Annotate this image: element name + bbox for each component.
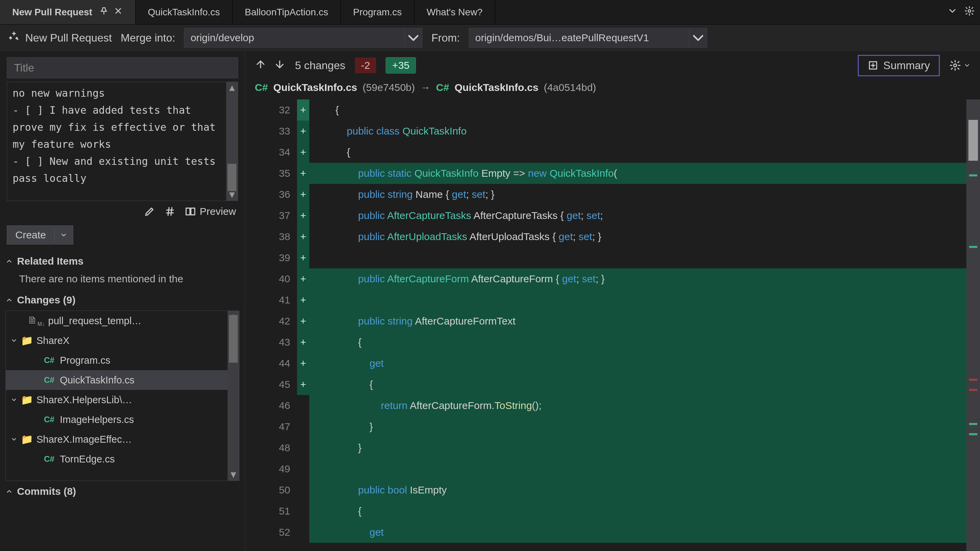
arrow-right-icon: → [420,82,431,93]
code-scrollbar[interactable] [966,100,980,551]
left-file: QuickTaskInfo.cs [273,82,357,93]
tab-whats-new[interactable]: What's New? [415,0,495,24]
close-icon[interactable] [113,6,123,18]
tab-program[interactable]: Program.cs [340,0,414,24]
line-number-gutter: 3233343536373839404142434445464748495051… [245,100,297,551]
pin-icon[interactable] [99,6,109,18]
from-combo[interactable]: origin/demos/Bui…eatePullRequestV1 [469,28,707,48]
pr-left-panel: Title no new warnings - [ ] I have added… [0,51,245,551]
tree-row[interactable]: C#ImageHelpers.cs [6,410,228,429]
tree-item-label: pull_request_templ… [48,315,142,327]
commits-label: Commits (8) [17,486,76,497]
pr-toolbar: New Pull Request Merge into: origin/deve… [0,24,980,51]
tab-label: What's New? [427,7,483,18]
pr-title: New Pull Request [25,32,112,44]
prev-change-icon[interactable] [255,59,266,73]
svg-point-0 [968,10,971,12]
tab-new-pull-request[interactable]: New Pull Request [0,0,135,24]
tree-item-label: ShareX.HelpersLib\… [37,394,132,406]
tree-row[interactable]: 🗎M↓ pull_request_templ… [6,311,228,331]
scroll-up-icon[interactable]: ▲ [226,82,238,94]
overview-mark [969,246,977,248]
scroll-thumb[interactable] [228,164,236,191]
chevron-down-icon[interactable] [11,394,18,406]
tree-row[interactable]: 📁 ShareX.ImageEffec… [6,429,228,449]
svg-rect-1 [186,208,190,215]
svg-rect-2 [191,208,195,215]
pr-description-textarea[interactable]: no new warnings - [ ] I have added tests… [7,82,226,200]
overview-mark [969,175,977,176]
chevron-down-icon[interactable] [11,335,18,346]
diff-panel: 5 changes -2 +35 Summary C# QuickTaskInf… [245,51,980,551]
tree-row[interactable]: C#Program.cs [6,351,228,370]
create-button[interactable]: Create [7,225,73,245]
title-placeholder: Title [14,62,34,74]
related-items-empty: There are no items mentioned in the [0,272,245,289]
tree-item-label: ShareX.ImageEffec… [37,434,132,445]
overview-mark [969,379,977,381]
folder-icon: 📁 [21,433,33,445]
right-file: QuickTaskInfo.cs [454,82,538,93]
summary-button[interactable]: Summary [858,55,940,76]
next-change-icon[interactable] [274,59,285,73]
changes-header[interactable]: Changes (9) [0,289,245,311]
tree-item-label: QuickTaskInfo.cs [60,375,135,386]
scroll-down-icon[interactable]: ▼ [228,469,239,481]
pr-title-group: New Pull Request [8,31,112,45]
scroll-thumb[interactable] [969,120,978,161]
tab-label: New Pull Request [12,7,92,18]
tab-label: BalloonTipAction.cs [245,7,328,18]
merge-into-label: Merge into: [121,32,175,44]
tab-quicktaskinfo[interactable]: QuickTaskInfo.cs [135,0,233,24]
merge-into-combo[interactable]: origin/develop [184,28,422,48]
tab-balloontipaction[interactable]: BalloonTipAction.cs [233,0,341,24]
tree-row[interactable]: 📁 ShareX.HelpersLib\… [6,390,228,410]
scroll-down-icon[interactable]: ▼ [226,189,238,200]
tree-row[interactable]: C#TornEdge.cs [6,449,228,469]
additions-badge: +35 [386,57,416,73]
csharp-icon: C# [44,454,54,464]
hash-icon[interactable] [164,206,176,217]
merge-into-value: origin/develop [184,32,404,44]
gear-icon[interactable] [964,6,975,18]
diff-settings-button[interactable] [949,60,970,71]
chevron-down-icon[interactable] [404,28,422,47]
related-items-label: Related Items [17,256,83,267]
pr-description-wrap: no new warnings - [ ] I have added tests… [7,82,238,201]
tree-item-label: TornEdge.cs [60,454,115,465]
dropdown-icon[interactable] [947,6,958,18]
tab-label: QuickTaskInfo.cs [148,7,220,18]
csharp-icon: C# [44,356,54,365]
create-label: Create [7,226,54,244]
changes-count: 5 changes [295,59,345,72]
tree-scrollbar[interactable]: ▲ ▼ [228,311,239,481]
create-split-icon[interactable] [54,228,73,242]
tree-item-label: ShareX [37,335,70,346]
tab-strip: New Pull Request QuickTaskInfo.cs Balloo… [0,0,980,24]
preview-label: Preview [200,206,236,217]
chevron-down-icon[interactable] [689,28,707,47]
tree-row[interactable]: 📁 ShareX [6,331,228,351]
cs-icon: C# [436,82,449,93]
diff-marker-column: ++++++++++++++ [297,100,309,551]
scroll-thumb[interactable] [229,315,238,363]
description-scrollbar[interactable]: ▲ ▼ [226,82,238,200]
pr-title-input[interactable]: Title [7,57,238,78]
chevron-down-icon[interactable] [11,434,18,445]
code-editor[interactable]: { public class QuickTaskInfo { public st… [309,100,966,551]
commits-header[interactable]: Commits (8) [0,481,245,502]
csharp-icon: C# [44,375,54,385]
right-hash: (4a0514bd) [544,82,596,93]
folder-icon: 📁 [21,394,33,406]
cs-icon: C# [255,82,268,93]
tree-row[interactable]: C#QuickTaskInfo.cs [6,370,228,390]
folder-icon: 📁 [21,335,33,346]
preview-button[interactable]: Preview [185,206,236,217]
from-label: From: [431,32,460,44]
file-icon: 🗎M↓ [28,314,45,327]
edit-icon[interactable] [144,206,155,217]
overview-mark [969,433,977,435]
related-items-header[interactable]: Related Items [0,248,245,272]
sparkle-icon [8,31,20,45]
tab-label: Program.cs [353,7,402,18]
